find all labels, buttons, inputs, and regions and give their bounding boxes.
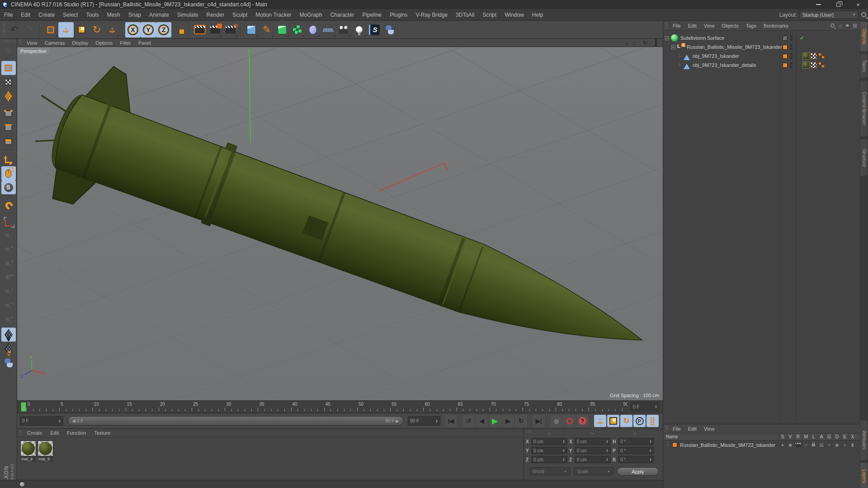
viewport-menu-view[interactable]: View bbox=[23, 40, 41, 46]
prev-frame[interactable]: ◀ bbox=[476, 415, 488, 427]
add-light[interactable] bbox=[351, 22, 367, 38]
goto-start[interactable]: |◀ bbox=[445, 415, 457, 427]
menu-edit[interactable]: Edit bbox=[17, 12, 34, 18]
viewport-menu-options[interactable]: Options bbox=[92, 40, 116, 46]
menu-animate[interactable]: Animate bbox=[145, 12, 173, 18]
restore-button[interactable] bbox=[828, 0, 848, 9]
material-menu-edit[interactable]: Edit bbox=[46, 430, 63, 436]
shield-icon[interactable]: ◆ bbox=[833, 441, 840, 448]
record-position[interactable]: ↔↕ bbox=[594, 415, 606, 427]
lock-x-axis[interactable]: X bbox=[125, 22, 141, 38]
add-panel-icon[interactable]: ⊞ bbox=[853, 23, 857, 29]
position-x-input[interactable]: 0 cm▲▼ bbox=[531, 438, 567, 445]
stack-icon[interactable]: ▤ bbox=[818, 441, 825, 448]
points-mode[interactable] bbox=[1, 107, 16, 121]
menu-character[interactable]: Character bbox=[326, 12, 359, 18]
column-header-v[interactable]: V bbox=[787, 434, 794, 439]
column-header-e[interactable]: E bbox=[841, 434, 849, 439]
lock-workplane[interactable] bbox=[1, 328, 16, 342]
dot-icon[interactable]: ● bbox=[779, 441, 786, 448]
timeline-playhead[interactable] bbox=[21, 402, 26, 412]
column-header-a[interactable]: A bbox=[818, 434, 825, 439]
material-menu-function[interactable]: Function bbox=[63, 430, 90, 436]
stepper-icon[interactable]: ▲▼ bbox=[606, 449, 609, 452]
stepper-icon[interactable]: ▲▼ bbox=[562, 449, 565, 452]
phong-tag-icons[interactable] bbox=[818, 61, 826, 69]
menu-mesh[interactable]: Mesh bbox=[103, 12, 124, 18]
search-icon[interactable] bbox=[861, 12, 866, 17]
dolly-icon[interactable]: ↕ bbox=[631, 40, 637, 46]
viewport-canvas[interactable]: Y X Z Perspective Grid Spacing : 100 cm bbox=[17, 47, 663, 400]
scale-tool[interactable] bbox=[74, 22, 89, 38]
enable-snap[interactable]: S bbox=[1, 180, 16, 194]
current-frame-field[interactable]: 0 F ▲▼ bbox=[20, 416, 63, 426]
pin-rotation[interactable]: R bbox=[1, 258, 16, 272]
search-icon[interactable] bbox=[830, 23, 835, 28]
stepper-icon[interactable]: ▲▼ bbox=[606, 440, 609, 443]
stepper-icon[interactable]: ▲▼ bbox=[58, 419, 61, 423]
layer-color-swatch[interactable] bbox=[783, 54, 788, 59]
menu-snap[interactable]: Snap bbox=[124, 12, 145, 18]
column-header-m[interactable]: M bbox=[802, 434, 810, 439]
tab-attributes[interactable]: Attributes bbox=[860, 420, 868, 460]
viewport-solo[interactable] bbox=[1, 166, 16, 180]
menu-v-ray-bridge[interactable]: V-Ray Bridge bbox=[411, 12, 452, 18]
size-z-input[interactable]: 0 cm▲▼ bbox=[575, 456, 611, 463]
pin-transform[interactable]: + bbox=[1, 230, 16, 244]
record-rotation[interactable]: ↻ bbox=[620, 415, 632, 427]
layer-color-swatch[interactable] bbox=[783, 36, 788, 41]
tab-layers[interactable]: Layers bbox=[860, 463, 868, 488]
half-icon[interactable]: ◗ bbox=[841, 441, 849, 448]
stepper-icon[interactable]: ▲▼ bbox=[562, 458, 565, 461]
add-modeling-object[interactable] bbox=[290, 22, 305, 38]
pin-position[interactable]: P bbox=[1, 244, 16, 258]
align-workplane[interactable]: ↻ bbox=[1, 342, 16, 356]
expand-toggle[interactable] bbox=[665, 36, 669, 40]
stepper-icon[interactable]: ▲▼ bbox=[435, 419, 438, 423]
column-header-s[interactable]: S bbox=[779, 434, 786, 439]
menu-script[interactable]: Script bbox=[478, 12, 500, 18]
stepper-icon[interactable]: ▲▼ bbox=[649, 458, 652, 461]
frame-range-slider[interactable]: ◀0 F 90 F▶ bbox=[68, 416, 403, 426]
position-z-input[interactable]: 0 cm▲▼ bbox=[531, 456, 567, 463]
stepper-icon[interactable]: ▲▼ bbox=[606, 458, 609, 461]
column-header-d[interactable]: D bbox=[833, 434, 840, 439]
model-mode[interactable] bbox=[1, 61, 16, 75]
menu-select[interactable]: Select bbox=[59, 12, 82, 18]
home-icon[interactable]: ⌂ bbox=[839, 23, 842, 29]
menu-pipeline[interactable]: Pipeline bbox=[358, 12, 386, 18]
enable-axis-modification[interactable] bbox=[1, 152, 16, 166]
material-tag-icon[interactable] bbox=[802, 61, 810, 69]
transform-mode-dropdown[interactable]: Scale ▼ bbox=[574, 467, 613, 475]
viewport-drag-handle[interactable] bbox=[19, 40, 22, 46]
record-scale[interactable] bbox=[607, 415, 619, 427]
rotation-h-input[interactable]: 0 °▲▼ bbox=[618, 438, 654, 445]
tab-takes[interactable]: Takes bbox=[860, 54, 868, 78]
menu-file[interactable]: File bbox=[0, 12, 17, 18]
visibility-dots-icon[interactable] bbox=[790, 53, 793, 59]
missile-model[interactable] bbox=[17, 47, 663, 400]
object-tree-row[interactable]: └obj_9M723_Iskander bbox=[663, 52, 860, 61]
size-x-input[interactable]: 0 cm▲▼ bbox=[575, 438, 611, 445]
column-header-l[interactable]: L bbox=[810, 434, 817, 439]
timeline-ruler[interactable]: 051015202530354045505560657075808590 0 F… bbox=[17, 400, 663, 413]
menu-sculpt[interactable]: Sculpt bbox=[228, 12, 251, 18]
render-picture-viewer[interactable] bbox=[208, 22, 223, 38]
pin-object[interactable]: ▭ bbox=[1, 314, 16, 328]
material-thumbnail[interactable] bbox=[38, 441, 53, 456]
visibility-dots-icon[interactable] bbox=[790, 35, 793, 41]
menu-tools[interactable]: Tools bbox=[82, 12, 103, 18]
eye-icon[interactable]: ◉ bbox=[787, 441, 794, 448]
column-header-r[interactable]: R bbox=[794, 434, 802, 439]
layer-row[interactable]: └Russian_Ballistic_Missile_9M723_Iskande… bbox=[663, 441, 860, 449]
add-environment[interactable] bbox=[321, 22, 336, 38]
layer-color-swatch[interactable] bbox=[783, 63, 788, 68]
tab-structure[interactable]: Structure bbox=[860, 139, 868, 176]
coordinate-system-dropdown[interactable]: World ▼ bbox=[529, 467, 570, 475]
view-label[interactable]: Perspective bbox=[17, 48, 49, 54]
workplane-mode[interactable] bbox=[1, 89, 16, 103]
left-toolbar-drag-handle[interactable] bbox=[2, 40, 15, 42]
add-camera[interactable] bbox=[336, 22, 351, 38]
position-y-input[interactable]: 0 cm▲▼ bbox=[531, 447, 567, 454]
rotate-tool[interactable]: ↻ bbox=[89, 22, 104, 38]
